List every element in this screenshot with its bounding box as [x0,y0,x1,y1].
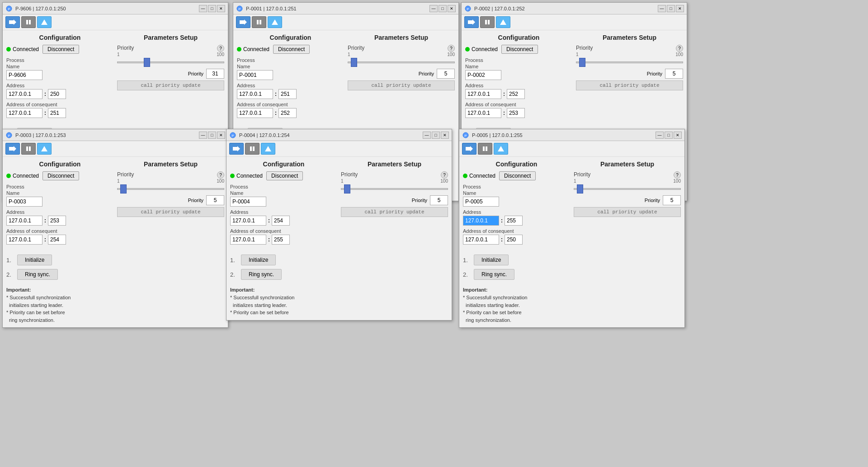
close-button[interactable]: ✕ [217,5,225,12]
sync-button[interactable] [261,143,275,155]
pause-button[interactable] [478,143,492,155]
address-ip-input[interactable] [230,216,266,226]
priority-input[interactable] [206,195,224,205]
address-ip-input[interactable] [463,216,499,226]
maximize-button[interactable]: □ [208,132,216,139]
address-port-input[interactable] [48,89,66,99]
maximize-button[interactable]: □ [208,5,216,12]
disconnect-button[interactable]: Disconnect [499,171,536,180]
ring-sync-button[interactable]: Ring sync. [241,269,282,280]
priority-input[interactable] [663,195,681,205]
help-icon[interactable]: ? [674,171,681,179]
connect-button[interactable] [462,143,476,155]
slider-thumb[interactable] [351,58,357,67]
process-name-input[interactable] [465,70,501,80]
close-button[interactable]: ✕ [448,5,456,12]
priority-input[interactable] [437,69,455,79]
sync-button[interactable] [37,16,52,28]
disconnect-button[interactable]: Disconnect [266,171,303,180]
address-ip-input[interactable] [237,89,273,99]
initialize-button[interactable]: Initialize [17,255,52,265]
pause-button[interactable] [252,16,266,28]
address-port-input[interactable] [507,89,525,99]
address-ip-input[interactable] [6,216,42,226]
connect-button[interactable] [5,16,20,28]
pause-button[interactable] [21,16,36,28]
pause-button[interactable] [480,16,495,28]
consequent-port-input[interactable] [48,108,66,118]
consequent-ip-input[interactable] [465,108,501,118]
consequent-ip-input[interactable] [463,235,499,245]
minimize-button[interactable]: — [429,5,438,12]
call-priority-button[interactable]: call priority update [574,207,681,217]
help-icon[interactable]: ? [441,171,448,179]
close-button[interactable]: ✕ [674,132,682,139]
disconnect-button[interactable]: Disconnect [273,45,310,54]
slider-thumb[interactable] [144,58,150,67]
call-priority-button[interactable]: call priority update [117,207,224,217]
consequent-ip-input[interactable] [6,235,42,245]
disconnect-button[interactable]: Disconnect [501,45,538,54]
close-button[interactable]: ✕ [217,132,225,139]
priority-input[interactable] [665,69,683,79]
call-priority-button[interactable]: call priority update [576,80,683,90]
process-name-input[interactable] [6,70,42,80]
connect-button[interactable] [464,16,479,28]
maximize-button[interactable]: □ [439,5,447,12]
consequent-port-input[interactable] [507,108,525,118]
initialize-button[interactable]: Initialize [474,255,509,265]
close-button[interactable]: ✕ [441,132,449,139]
address-port-input[interactable] [278,89,297,99]
call-priority-button[interactable]: call priority update [348,80,455,90]
initialize-button[interactable]: Initialize [241,255,276,265]
maximize-button[interactable]: □ [665,132,673,139]
disconnect-button[interactable]: Disconnect [42,171,79,180]
connect-button[interactable] [236,16,250,28]
help-icon[interactable]: ? [217,45,224,52]
consequent-ip-input[interactable] [230,235,266,245]
slider-thumb[interactable] [579,58,585,67]
maximize-button[interactable]: □ [667,5,675,12]
process-name-input[interactable] [230,197,266,207]
consequent-port-input[interactable] [272,235,290,245]
process-name-input[interactable] [463,197,499,207]
help-icon[interactable]: ? [676,45,683,52]
minimize-button[interactable]: — [199,132,207,139]
ring-sync-button[interactable]: Ring sync. [474,269,514,280]
minimize-button[interactable]: — [658,5,666,12]
help-icon[interactable]: ? [448,45,455,52]
help-icon[interactable]: ? [217,171,224,179]
slider-thumb[interactable] [120,184,127,193]
consequent-port-input[interactable] [505,235,523,245]
address-port-input[interactable] [272,216,290,226]
sync-button[interactable] [268,16,282,28]
consequent-port-input[interactable] [48,235,66,245]
address-port-input[interactable] [505,216,523,226]
close-button[interactable]: ✕ [676,5,684,12]
address-port-input[interactable] [48,216,66,226]
consequent-ip-input[interactable] [6,108,42,118]
call-priority-button[interactable]: call priority update [341,207,448,217]
consequent-port-input[interactable] [278,108,297,118]
sync-button[interactable] [496,16,510,28]
process-name-input[interactable] [237,70,273,80]
priority-input[interactable] [206,69,224,79]
address-ip-input[interactable] [6,89,42,99]
ring-sync-button[interactable]: Ring sync. [17,269,58,280]
consequent-ip-input[interactable] [237,108,273,118]
minimize-button[interactable]: — [423,132,431,139]
pause-button[interactable] [21,143,36,155]
process-name-input[interactable] [6,197,42,207]
maximize-button[interactable]: □ [432,132,440,139]
slider-thumb[interactable] [577,184,583,193]
pause-button[interactable] [245,143,259,155]
slider-thumb[interactable] [344,184,350,193]
sync-button[interactable] [37,143,52,155]
disconnect-button[interactable]: Disconnect [42,45,79,54]
priority-input[interactable] [430,195,448,205]
sync-button[interactable] [494,143,508,155]
connect-button[interactable] [229,143,244,155]
address-ip-input[interactable] [465,89,501,99]
minimize-button[interactable]: — [199,5,207,12]
minimize-button[interactable]: — [656,132,664,139]
